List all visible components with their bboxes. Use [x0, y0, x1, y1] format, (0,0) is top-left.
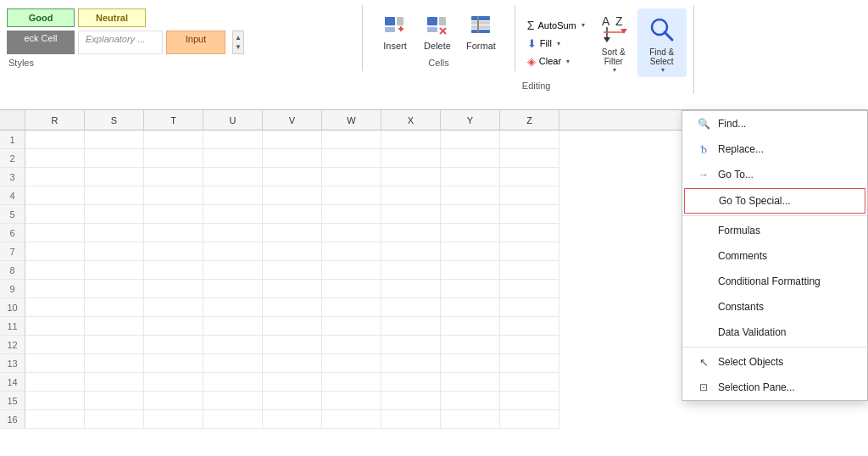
- clear-button[interactable]: ◈ Clear ▾: [522, 53, 590, 70]
- menu-item-data-validation[interactable]: Data Validation: [682, 320, 867, 345]
- cell-r15[interactable]: [25, 392, 85, 410]
- cell-z1[interactable]: [500, 131, 559, 149]
- cell-s15[interactable]: [85, 392, 144, 410]
- style-good[interactable]: Good: [7, 8, 75, 27]
- cell-w3[interactable]: [322, 168, 381, 186]
- cell-t3[interactable]: [144, 168, 203, 186]
- cell-u4[interactable]: [203, 186, 263, 205]
- find-select-button[interactable]: Find &Select ▾: [637, 8, 687, 77]
- cell-y6[interactable]: [441, 224, 500, 242]
- cell-y15[interactable]: [441, 392, 500, 410]
- cell-s16[interactable]: [85, 410, 144, 429]
- scroll-down-arrow[interactable]: ▼: [234, 42, 242, 52]
- cell-t10[interactable]: [144, 298, 203, 317]
- style-explanatory[interactable]: Explanatory ...: [78, 31, 163, 54]
- cell-r3[interactable]: [25, 168, 85, 186]
- cell-u3[interactable]: [203, 168, 263, 186]
- cell-w4[interactable]: [322, 186, 381, 205]
- cell-w1[interactable]: [322, 131, 381, 149]
- sort-filter-dropdown-icon[interactable]: ▾: [613, 66, 616, 74]
- cell-u2[interactable]: [203, 149, 263, 168]
- cell-v1[interactable]: [263, 131, 322, 149]
- cell-v14[interactable]: [263, 373, 322, 392]
- cell-u7[interactable]: [203, 242, 263, 261]
- cell-s2[interactable]: [85, 149, 144, 168]
- cell-r5[interactable]: [25, 205, 85, 224]
- styles-scrollbar[interactable]: ▲ ▼: [232, 31, 244, 54]
- cell-v5[interactable]: [263, 205, 322, 224]
- menu-item-find[interactable]: 🔍 Find...: [682, 111, 867, 136]
- cell-w13[interactable]: [322, 354, 381, 373]
- cell-v6[interactable]: [263, 224, 322, 242]
- menu-item-selection-pane[interactable]: ⊡ Selection Pane...: [682, 375, 867, 400]
- cell-w15[interactable]: [322, 392, 381, 410]
- cell-r16[interactable]: [25, 410, 85, 429]
- cell-u9[interactable]: [203, 280, 263, 298]
- style-neutral[interactable]: Neutral: [78, 8, 146, 27]
- cell-x1[interactable]: [381, 131, 441, 149]
- cell-y3[interactable]: [441, 168, 500, 186]
- cell-r6[interactable]: [25, 224, 85, 242]
- cell-r8[interactable]: [25, 261, 85, 280]
- cell-w16[interactable]: [322, 410, 381, 429]
- cell-y4[interactable]: [441, 186, 500, 205]
- cell-v4[interactable]: [263, 186, 322, 205]
- cell-w11[interactable]: [322, 317, 381, 336]
- cell-u6[interactable]: [203, 224, 263, 242]
- cell-x15[interactable]: [381, 392, 441, 410]
- cell-t16[interactable]: [144, 410, 203, 429]
- autosum-dropdown-icon[interactable]: ▾: [581, 21, 585, 29]
- style-input[interactable]: Input: [166, 31, 225, 54]
- cell-z7[interactable]: [500, 242, 559, 261]
- cell-t13[interactable]: [144, 354, 203, 373]
- cell-v3[interactable]: [263, 168, 322, 186]
- cell-t15[interactable]: [144, 392, 203, 410]
- cell-s14[interactable]: [85, 373, 144, 392]
- cell-w9[interactable]: [322, 280, 381, 298]
- cell-z16[interactable]: [500, 410, 559, 429]
- cell-z2[interactable]: [500, 149, 559, 168]
- cell-t7[interactable]: [144, 242, 203, 261]
- cell-r2[interactable]: [25, 149, 85, 168]
- cell-t8[interactable]: [144, 261, 203, 280]
- cell-x16[interactable]: [381, 410, 441, 429]
- cell-u15[interactable]: [203, 392, 263, 410]
- cell-v8[interactable]: [263, 261, 322, 280]
- sort-filter-button[interactable]: A Z Sort &Filter ▾: [593, 8, 634, 77]
- cell-r14[interactable]: [25, 373, 85, 392]
- cell-v7[interactable]: [263, 242, 322, 261]
- col-header-u[interactable]: U: [203, 110, 263, 130]
- cell-v13[interactable]: [263, 354, 322, 373]
- cell-x2[interactable]: [381, 149, 441, 168]
- cell-z13[interactable]: [500, 354, 559, 373]
- cell-t2[interactable]: [144, 149, 203, 168]
- cell-t14[interactable]: [144, 373, 203, 392]
- menu-item-select-objects[interactable]: ↖ Select Objects: [682, 349, 867, 375]
- cell-x5[interactable]: [381, 205, 441, 224]
- menu-item-replace[interactable]: ᵬ Replace...: [682, 136, 867, 162]
- cell-y12[interactable]: [441, 336, 500, 354]
- menu-item-formulas[interactable]: Formulas: [682, 218, 867, 243]
- cell-u1[interactable]: [203, 131, 263, 149]
- cell-u12[interactable]: [203, 336, 263, 354]
- cell-s3[interactable]: [85, 168, 144, 186]
- cell-s11[interactable]: [85, 317, 144, 336]
- col-header-w[interactable]: W: [322, 110, 381, 130]
- cell-y9[interactable]: [441, 280, 500, 298]
- cell-w14[interactable]: [322, 373, 381, 392]
- cell-v2[interactable]: [263, 149, 322, 168]
- cell-z14[interactable]: [500, 373, 559, 392]
- cell-s1[interactable]: [85, 131, 144, 149]
- insert-button[interactable]: Insert: [376, 8, 414, 54]
- cell-r12[interactable]: [25, 336, 85, 354]
- col-header-x[interactable]: X: [381, 110, 441, 130]
- cell-x10[interactable]: [381, 298, 441, 317]
- cell-x14[interactable]: [381, 373, 441, 392]
- cell-v16[interactable]: [263, 410, 322, 429]
- cell-r10[interactable]: [25, 298, 85, 317]
- cell-s8[interactable]: [85, 261, 144, 280]
- cell-u16[interactable]: [203, 410, 263, 429]
- cell-s4[interactable]: [85, 186, 144, 205]
- cell-s6[interactable]: [85, 224, 144, 242]
- cell-t1[interactable]: [144, 131, 203, 149]
